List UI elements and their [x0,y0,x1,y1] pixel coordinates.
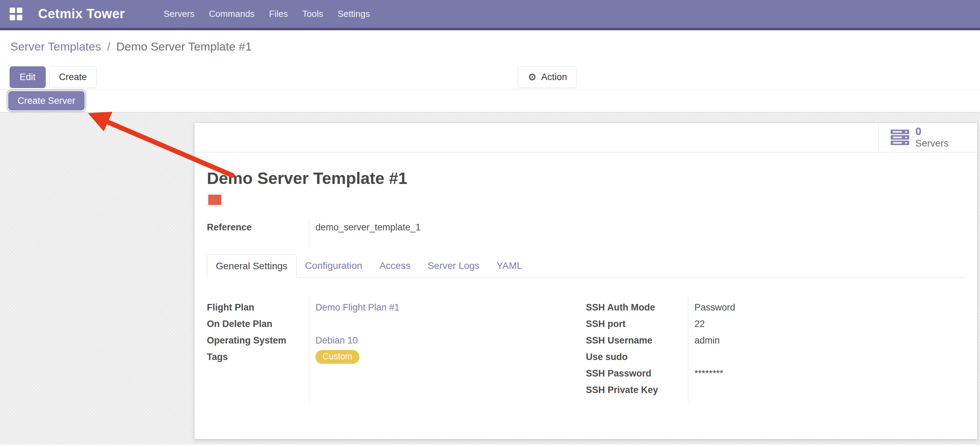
tab-configuration[interactable]: Configuration [296,254,371,278]
field-divider [688,295,688,402]
record-buttons: Edit Create [10,66,97,88]
field-divider [309,295,309,402]
app-brand[interactable]: Cetmix Tower [38,6,125,21]
ssh-password-label: SSH Password [586,368,688,379]
menu-item-commands[interactable]: Commands [202,0,262,28]
main-content-area: 0 Servers Demo Server Template #1 Refere… [0,112,980,445]
field-row-ssh-username: SSH Username admin [586,332,965,349]
menu-item-settings[interactable]: Settings [330,0,377,28]
field-row-reference: Reference demo_server_template_1 [207,220,965,242]
reference-value: demo_server_template_1 [309,222,965,233]
tags-value: Custom [309,350,586,364]
reference-group: Reference demo_server_template_1 [207,220,965,242]
menu-item-files[interactable]: Files [262,0,295,28]
on-delete-plan-label: On Delete Plan [207,319,309,329]
fields-group-right: SSH Auth Mode Password SSH port 22 SSH U… [586,299,965,398]
field-row-ssh-auth-mode: SSH Auth Mode Password [586,299,965,316]
servers-stat-text: 0 Servers [915,126,948,148]
field-row-flight-plan: Flight Plan Demo Flight Plan #1 [207,299,586,316]
form-sheet: Demo Server Template #1 Reference demo_s… [194,152,977,398]
servers-count: 0 [915,126,948,138]
servers-label: Servers [915,138,948,148]
action-button-label: Action [541,72,567,83]
operating-system-label: Operating System [207,335,309,346]
fields-group-left: Flight Plan Demo Flight Plan #1 On Delet… [207,299,586,398]
ssh-port-label: SSH port [586,319,688,329]
notebook-tabs: General Settings Configuration Access Se… [207,254,965,278]
operating-system-value-link[interactable]: Debian 10 [309,335,586,346]
field-row-ssh-password: SSH Password ******** [586,365,965,382]
field-row-operating-system: Operating System Debian 10 [207,332,586,349]
main-menu: Servers Commands Files Tools Settings [156,0,377,28]
ssh-password-value: ******** [688,368,965,379]
action-button[interactable]: ⚙ Action [518,66,577,88]
control-panel: Server Templates / Demo Server Template … [0,30,980,89]
breadcrumb-current: Demo Server Template #1 [116,40,251,53]
tab-yaml[interactable]: YAML [488,254,531,278]
ssh-username-value: admin [688,335,965,346]
edit-button[interactable]: Edit [10,66,46,88]
field-row-on-delete-plan: On Delete Plan [207,316,586,332]
tab-content-general-settings: Flight Plan Demo Flight Plan #1 On Delet… [207,299,965,398]
top-navbar: Cetmix Tower Servers Commands Files Tool… [0,0,980,30]
breadcrumb-parent-link[interactable]: Server Templates [10,40,101,53]
servers-stat-button[interactable]: 0 Servers [879,123,977,152]
tag-badge-custom: Custom [315,350,360,364]
field-row-ssh-port: SSH port 22 [586,316,965,332]
tags-label: Tags [207,352,309,362]
record-color-swatch [207,193,223,206]
ssh-port-value: 22 [688,319,965,329]
menu-item-servers[interactable]: Servers [156,0,202,28]
statusbar: Create Server [0,89,980,112]
create-button[interactable]: Create [49,66,97,88]
breadcrumb-separator: / [104,40,113,53]
menu-item-tools[interactable]: Tools [295,0,331,28]
reference-label: Reference [207,222,309,233]
ssh-auth-mode-value: Password [688,302,965,313]
field-row-use-sudo: Use sudo [586,349,965,365]
tab-access[interactable]: Access [371,254,419,278]
tab-general-settings[interactable]: General Settings [207,254,296,278]
card-header: 0 Servers [194,123,977,152]
ssh-auth-mode-label: SSH Auth Mode [586,302,688,313]
record-title: Demo Server Template #1 [207,169,965,188]
breadcrumb: Server Templates / Demo Server Template … [0,30,980,53]
tab-server-logs[interactable]: Server Logs [419,254,488,278]
record-form-card: 0 Servers Demo Server Template #1 Refere… [194,122,978,439]
server-stack-icon [891,129,909,145]
field-row-tags: Tags Custom [207,349,586,365]
flight-plan-value-link[interactable]: Demo Flight Plan #1 [309,302,586,313]
field-row-ssh-private-key: SSH Private Key [586,382,965,398]
ssh-username-label: SSH Username [586,335,688,346]
flight-plan-label: Flight Plan [207,302,309,313]
use-sudo-label: Use sudo [586,352,688,362]
field-divider [309,218,309,248]
apps-grid-icon[interactable] [10,8,22,20]
ssh-private-key-label: SSH Private Key [586,385,688,396]
gear-icon: ⚙ [528,72,536,83]
create-server-button[interactable]: Create Server [8,91,84,110]
